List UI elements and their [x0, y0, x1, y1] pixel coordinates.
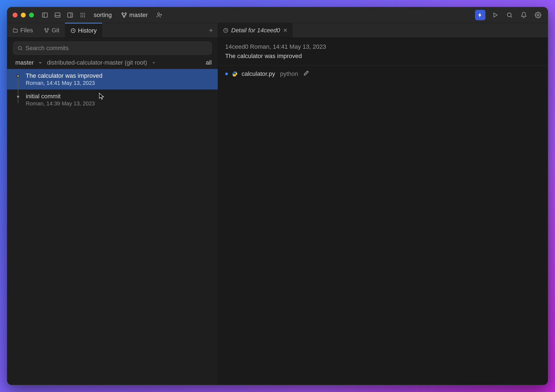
- file-name: calculator.py: [242, 70, 275, 77]
- branch-label: master: [129, 11, 148, 19]
- commit-node-icon: [16, 74, 20, 78]
- panel-right-icon[interactable]: [66, 11, 75, 19]
- svg-point-9: [81, 15, 82, 16]
- tab-git-label: Git: [52, 27, 59, 34]
- svg-point-18: [158, 13, 160, 15]
- svg-point-16: [125, 13, 127, 14]
- panel-bottom-icon[interactable]: [53, 11, 62, 19]
- search-commits-box[interactable]: [13, 42, 212, 55]
- edit-icon[interactable]: [304, 70, 309, 77]
- tab-history[interactable]: History: [65, 23, 102, 38]
- file-folder: python: [280, 70, 298, 77]
- notifications-icon[interactable]: [519, 11, 528, 19]
- close-icon[interactable]: ✕: [283, 27, 288, 34]
- detail-body: calculator.py python: [218, 65, 548, 82]
- filter-row: master distributed-calculator-master (gi…: [7, 56, 218, 69]
- tab-files[interactable]: Files: [7, 23, 38, 38]
- detail-header: 14ceed0 Roman, 14:41 May 13, 2023 The ca…: [218, 38, 548, 65]
- clock-icon: [223, 28, 228, 33]
- commit-item-0[interactable]: The calculator was improved Roman, 14:41…: [7, 69, 218, 90]
- window-controls: [13, 13, 34, 18]
- ai-assist-button[interactable]: [475, 10, 485, 20]
- editor-tab-detail[interactable]: Detail for 14ceed0 ✕: [218, 23, 293, 38]
- svg-point-10: [82, 15, 83, 16]
- svg-point-15: [122, 13, 124, 14]
- svg-point-32: [18, 46, 21, 50]
- settings-icon[interactable]: [534, 11, 542, 19]
- svg-point-26: [47, 28, 49, 30]
- git-icon: [44, 28, 49, 33]
- editor-tabs: Detail for 14ceed0 ✕: [218, 23, 548, 38]
- history-icon: [70, 28, 76, 33]
- branch-icon: [121, 12, 127, 18]
- tab-git[interactable]: Git: [38, 23, 65, 38]
- python-file-icon: [232, 71, 238, 77]
- detail-message: The calculator was improved: [225, 53, 541, 60]
- svg-point-14: [84, 16, 85, 17]
- commit-meta: Roman, 14:41 May 13, 2023: [26, 80, 212, 86]
- project-name[interactable]: sorting: [94, 11, 112, 19]
- tab-history-label: History: [78, 27, 97, 34]
- commit-node-icon: [16, 95, 20, 98]
- lightning-icon: [477, 12, 483, 18]
- add-user-icon[interactable]: [155, 11, 164, 19]
- body-split: master distributed-calculator-master (gi…: [7, 38, 548, 385]
- add-tab-button[interactable]: [204, 23, 218, 38]
- svg-point-25: [45, 28, 46, 30]
- search-icon[interactable]: [505, 11, 514, 19]
- plus-icon: [208, 27, 214, 33]
- window-minimize[interactable]: [21, 13, 26, 18]
- svg-point-12: [81, 16, 82, 17]
- svg-point-24: [537, 14, 539, 16]
- commit-list: The calculator was improved Roman, 14:41…: [7, 69, 218, 385]
- commit-detail: 14ceed0 Roman, 14:41 May 13, 2023 The ca…: [218, 38, 548, 385]
- svg-rect-0: [42, 13, 47, 17]
- svg-point-22: [507, 13, 511, 17]
- svg-line-23: [511, 16, 512, 18]
- app-window: sorting master: [7, 7, 548, 385]
- tabs-row: Files Git History Detail for 14: [7, 23, 548, 38]
- editor-tab-label: Detail for 14ceed0: [231, 27, 280, 34]
- svg-marker-21: [494, 13, 497, 17]
- window-maximize[interactable]: [29, 13, 34, 18]
- commit-title: The calculator was improved: [26, 72, 212, 79]
- titlebar-right: [475, 10, 542, 20]
- branch-filter[interactable]: master: [15, 59, 34, 66]
- tab-files-label: Files: [20, 27, 33, 34]
- chevron-down-icon[interactable]: [38, 60, 42, 65]
- changed-file-row[interactable]: calculator.py python: [225, 70, 541, 77]
- detail-hash-line: 14ceed0 Roman, 14:41 May 13, 2023: [225, 43, 541, 50]
- commit-meta: Roman, 14:39 May 13, 2023: [26, 100, 212, 107]
- grid-icon[interactable]: [78, 11, 87, 19]
- root-filter[interactable]: distributed-calculator-master (git root): [47, 59, 147, 66]
- panel-left-icon[interactable]: [41, 11, 49, 19]
- svg-point-11: [84, 15, 85, 16]
- search-input[interactable]: [25, 45, 208, 52]
- commit-item-1[interactable]: initial commit Roman, 14:39 May 13, 2023: [7, 90, 218, 110]
- svg-rect-4: [68, 13, 73, 17]
- modified-marker-icon: [225, 73, 228, 75]
- branch-selector[interactable]: master: [121, 11, 148, 19]
- svg-point-13: [82, 16, 83, 17]
- svg-point-6: [81, 13, 82, 14]
- filter-all[interactable]: all: [206, 59, 212, 66]
- chevron-down-icon[interactable]: [151, 60, 156, 65]
- content: Files Git History Detail for 14: [7, 23, 548, 385]
- commit-title: initial commit: [26, 93, 212, 100]
- history-sidebar: master distributed-calculator-master (gi…: [7, 38, 218, 385]
- svg-line-33: [21, 49, 22, 50]
- window-close[interactable]: [13, 13, 18, 18]
- folder-icon: [13, 28, 18, 33]
- titlebar: sorting master: [7, 7, 548, 23]
- left-tabs: Files Git History: [7, 23, 218, 38]
- svg-point-7: [82, 13, 83, 14]
- search-icon: [17, 45, 23, 51]
- svg-rect-2: [55, 13, 60, 17]
- svg-point-8: [84, 13, 85, 14]
- run-icon[interactable]: [491, 11, 500, 19]
